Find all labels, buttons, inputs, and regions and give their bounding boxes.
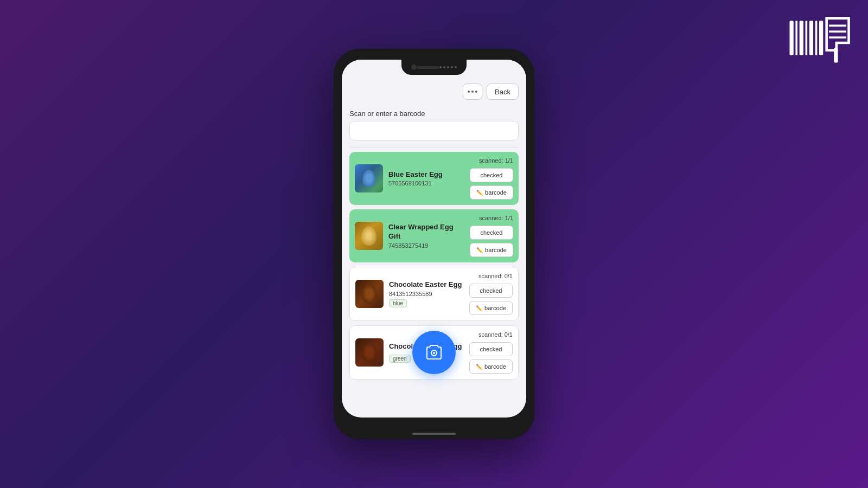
checked-button[interactable]: checked (470, 226, 513, 240)
home-indicator (412, 433, 456, 435)
svg-rect-1 (795, 21, 797, 55)
item-name: Chocolate Easter Egg (389, 280, 464, 290)
item-actions: scanned: 1/1 checked ✏️ barcode (470, 215, 513, 257)
scanned-status: scanned: 1/1 (479, 215, 513, 221)
scanned-status: scanned: 0/1 (478, 273, 513, 279)
scan-label: Scan or enter a barcode (349, 110, 519, 118)
barcode-button[interactable]: ✏️ barcode (469, 301, 513, 315)
checked-button[interactable]: checked (469, 342, 513, 356)
pencil-icon: ✏️ (476, 305, 482, 311)
pencil-icon: ✏️ (476, 247, 483, 253)
item-image-blue-egg (355, 164, 383, 192)
notch-bar (342, 60, 526, 79)
pencil-icon: ✏️ (476, 364, 482, 370)
notch-dots (439, 66, 457, 68)
scanned-status: scanned: 1/1 (479, 157, 513, 164)
barcode-button[interactable]: ✏️ barcode (470, 243, 513, 257)
notch-cutout (401, 60, 467, 75)
camera-icon (424, 343, 444, 362)
item-tag: green (389, 355, 411, 363)
app-logo (787, 11, 852, 65)
scan-area: Scan or enter a barcode (342, 104, 526, 147)
svg-rect-5 (815, 21, 818, 55)
notch-dot (451, 66, 453, 68)
item-info: Chocolate Easter Egg 8413512335589 blue (389, 280, 464, 307)
logo-area (787, 11, 852, 67)
notch-dot (443, 66, 445, 68)
svg-rect-2 (800, 21, 803, 55)
dot (475, 91, 477, 93)
checked-button[interactable]: checked (469, 284, 513, 298)
barcode-button[interactable]: ✏️ barcode (469, 359, 513, 374)
svg-rect-0 (789, 21, 793, 55)
barcode-label: barcode (484, 305, 506, 311)
item-image-clear-egg (355, 222, 383, 250)
item-info: Clear Wrapped Egg Gift 745853275419 (388, 223, 464, 249)
pencil-icon: ✏️ (476, 190, 483, 196)
item-barcode-number: 745853275419 (388, 242, 464, 249)
barcode-input[interactable] (349, 121, 519, 140)
svg-rect-4 (809, 21, 813, 55)
item-actions: scanned: 0/1 checked ✏️ barcode (469, 273, 513, 315)
checked-button[interactable]: checked (470, 168, 513, 182)
item-image-choc-egg-1 (355, 280, 384, 308)
barcode-label: barcode (485, 189, 507, 196)
phone-screen: Back Scan or enter a barcode Blue Easter… (342, 60, 526, 418)
item-name: Clear Wrapped Egg Gift (388, 223, 464, 241)
item-name: Blue Easter Egg (388, 170, 464, 179)
scanned-status: scanned: 0/1 (478, 331, 513, 338)
item-actions: scanned: 0/1 checked ✏️ barcode (469, 331, 513, 374)
dot (471, 91, 474, 93)
svg-rect-3 (806, 21, 808, 55)
notch-dot (447, 66, 449, 68)
barcode-button[interactable]: ✏️ barcode (470, 185, 513, 200)
item-tag: blue (389, 299, 407, 307)
svg-point-12 (433, 352, 435, 354)
item-image-choc-egg-2 (355, 338, 384, 367)
svg-rect-7 (834, 48, 838, 62)
front-camera (411, 65, 417, 70)
more-options-button[interactable] (463, 84, 482, 100)
dot (468, 91, 470, 93)
barcode-label: barcode (484, 363, 506, 370)
item-barcode-number: 5706569100131 (388, 180, 464, 187)
notch-dot (439, 66, 442, 68)
speaker (417, 66, 439, 69)
back-button[interactable]: Back (487, 84, 519, 100)
svg-rect-6 (819, 21, 823, 55)
items-list: Blue Easter Egg 5706569100131 scanned: 1… (342, 147, 526, 418)
notch-dot (455, 66, 457, 68)
item-info: Blue Easter Egg 5706569100131 (388, 170, 464, 187)
phone-frame: Back Scan or enter a barcode Blue Easter… (334, 49, 534, 439)
top-bar: Back (342, 79, 526, 104)
barcode-label: barcode (485, 247, 507, 253)
item-card: Blue Easter Egg 5706569100131 scanned: 1… (349, 152, 519, 205)
item-card: Clear Wrapped Egg Gift 745853275419 scan… (349, 209, 519, 262)
item-actions: scanned: 1/1 checked ✏️ barcode (470, 157, 513, 200)
camera-fab-button[interactable] (412, 331, 456, 374)
item-barcode-number: 8413512335589 (389, 291, 464, 297)
item-card: Chocolate Easter Egg 8413512335589 blue … (349, 267, 519, 321)
